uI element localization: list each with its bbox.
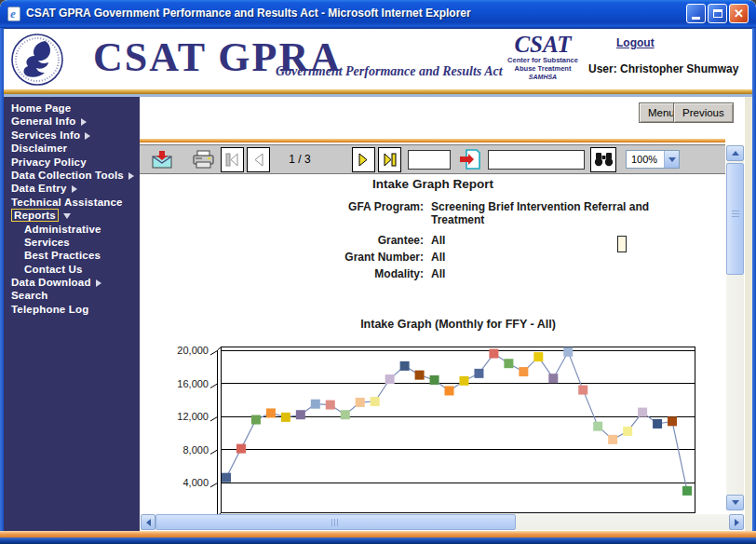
csat-samhsa-logo: CSAT Center for Substance Abuse Treatmen… xyxy=(504,33,582,81)
first-page-button[interactable] xyxy=(221,147,244,172)
sidebar-item-label: Technical Assistance xyxy=(11,197,123,208)
previous-button[interactable]: Previous xyxy=(673,102,734,123)
intake-line-chart: Intake Graph (Monthly for FFY - All)20,0… xyxy=(177,313,736,520)
bottom-orange-band xyxy=(0,531,756,537)
search-button[interactable] xyxy=(590,147,616,172)
sidebar-item-services[interactable]: Services xyxy=(4,237,140,250)
expanded-arrow-icon xyxy=(63,213,71,219)
svg-text:4,000: 4,000 xyxy=(182,477,209,488)
sidebar-item-label: Data Entry xyxy=(11,183,67,194)
print-icon xyxy=(192,150,215,169)
sidebar-item-label: Telephone Log xyxy=(11,304,89,315)
last-page-button[interactable] xyxy=(378,147,401,172)
field-label: Grant Number: xyxy=(140,251,424,264)
field-value: Screening Brief Intervention Referral an… xyxy=(431,200,671,226)
svg-text:20,000: 20,000 xyxy=(177,345,209,356)
field-value: All xyxy=(431,234,671,247)
bottom-blue-band xyxy=(0,537,756,544)
minimize-button[interactable] xyxy=(686,4,706,23)
sidebar-item-label: Home Page xyxy=(11,102,71,114)
first-page-icon xyxy=(225,153,239,167)
sidebar-item-label: Services Info xyxy=(11,129,80,141)
sidebar-item-telephone-log[interactable]: Telephone Log xyxy=(4,304,140,317)
main-content: Menu Previous xyxy=(140,97,745,531)
sidebar-item-administrative[interactable]: Administrative xyxy=(4,224,140,237)
sidebar-item-disclaimer[interactable]: Disclaimer xyxy=(4,143,140,156)
vertical-scrollbar[interactable] xyxy=(726,145,744,510)
horizontal-scrollbar[interactable] xyxy=(141,514,744,530)
field-label: Modality: xyxy=(140,267,424,280)
sidebar-item-reports[interactable]: Reports xyxy=(4,210,140,223)
submenu-arrow-icon xyxy=(72,185,77,193)
sidebar-item-technical-assistance[interactable]: Technical Assistance xyxy=(4,197,140,210)
hhs-eagle-logo xyxy=(9,31,65,88)
zoom-select[interactable]: 100% xyxy=(626,150,680,169)
submenu-arrow-icon xyxy=(128,172,134,180)
report-field-row: Grant Number:All xyxy=(140,251,726,264)
submenu-arrow-icon xyxy=(85,132,90,140)
scroll-left-button[interactable] xyxy=(141,514,155,530)
csat-logo-line2: Center for Substance xyxy=(504,56,582,64)
sidebar-item-label: Reports xyxy=(11,209,59,222)
logged-in-user: User: Christopher Shumway xyxy=(588,62,738,75)
maximize-button[interactable] xyxy=(708,4,727,23)
svg-text:8,000: 8,000 xyxy=(182,444,209,456)
field-label: GFA Program: xyxy=(140,200,424,226)
sidebar-item-search[interactable]: Search xyxy=(4,290,140,303)
logout-link[interactable]: Logout xyxy=(616,36,655,49)
report-title: Intake Graph Report xyxy=(140,177,726,191)
report-field-row: Grantee:All xyxy=(140,234,726,247)
sidebar-item-label: Services xyxy=(24,237,70,248)
svg-text:Intake Graph (Monthly for FFY: Intake Graph (Monthly for FFY - All) xyxy=(360,318,556,331)
scroll-down-button[interactable] xyxy=(726,495,744,510)
export-button[interactable] xyxy=(151,151,173,169)
scroll-up-button[interactable] xyxy=(726,145,744,161)
prev-page-button[interactable] xyxy=(247,147,270,172)
scroll-right-button[interactable] xyxy=(729,514,744,530)
horizontal-scroll-thumb[interactable] xyxy=(155,514,516,530)
vertical-scroll-thumb[interactable] xyxy=(726,163,744,275)
sidebar-item-general-info[interactable]: General Info xyxy=(4,116,140,129)
report-artifact-box xyxy=(617,236,627,252)
svg-text:16,000: 16,000 xyxy=(177,378,209,389)
sidebar-item-data-download[interactable]: Data Download xyxy=(4,277,140,290)
report-field-row: Modality:All xyxy=(140,267,726,280)
goto-page-button[interactable] xyxy=(458,149,482,170)
field-value: All xyxy=(431,267,671,280)
report-top-divider xyxy=(140,139,725,143)
csat-logo-line4: SAMHSA xyxy=(504,73,582,81)
sidebar-item-best-practices[interactable]: Best Practices xyxy=(4,250,140,263)
sidebar-item-label: Administrative xyxy=(24,224,101,235)
sidebar-item-contact-us[interactable]: Contact Us xyxy=(4,264,140,277)
next-page-button[interactable] xyxy=(352,147,375,172)
csat-logo-line3: Abuse Treatment xyxy=(504,64,582,73)
close-button[interactable]: ✕ xyxy=(729,4,749,23)
title-bar: e CSAT GPRA Government Performance and R… xyxy=(0,0,756,28)
prev-page-icon xyxy=(252,153,264,167)
search-input[interactable] xyxy=(488,150,585,170)
last-page-icon xyxy=(383,153,397,167)
sidebar-item-data-entry[interactable]: Data Entry xyxy=(4,183,140,196)
sidebar-item-label: Data Collection Tools xyxy=(11,170,124,181)
sidebar-item-label: Contact Us xyxy=(24,264,83,275)
csat-logo-title: CSAT xyxy=(504,33,582,56)
sidebar-item-services-info[interactable]: Services Info xyxy=(4,129,140,143)
sidebar-item-data-collection-tools[interactable]: Data Collection Tools xyxy=(4,170,140,183)
sidebar-item-home-page[interactable]: Home Page xyxy=(4,102,140,116)
goto-page-input[interactable] xyxy=(408,150,451,170)
print-button[interactable] xyxy=(191,150,215,169)
brand-tagline: Government Performance and Results Act xyxy=(276,64,503,79)
submenu-arrow-icon xyxy=(81,118,87,126)
zoom-dropdown-icon[interactable] xyxy=(664,151,679,168)
sidebar-item-label: Disclaimer xyxy=(11,143,67,154)
sidebar-item-label: Data Download xyxy=(11,277,91,288)
submenu-arrow-icon xyxy=(96,279,101,287)
window-title: CSAT GPRA Government Performance and Res… xyxy=(26,7,471,20)
app-header: CSAT GPRA Government Performance and Res… xyxy=(4,28,752,89)
sidebar-item-label: Best Practices xyxy=(24,250,101,261)
report-toolbar: 1 / 3 xyxy=(140,144,725,174)
sidebar-item-privacy-policy[interactable]: Privacy Policy xyxy=(4,156,140,170)
internet-explorer-icon: e xyxy=(7,7,20,21)
zoom-value: 100% xyxy=(631,154,657,165)
browser-window: e CSAT GPRA Government Performance and R… xyxy=(0,0,756,544)
